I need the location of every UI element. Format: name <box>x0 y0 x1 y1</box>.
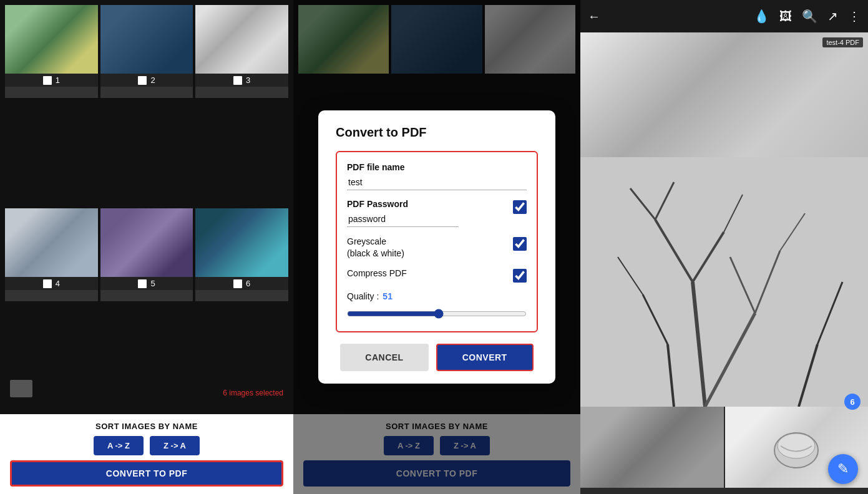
fab-edit-button[interactable]: ✎ <box>828 454 858 484</box>
pdf-filename-input[interactable] <box>347 175 527 190</box>
greyscale-checkbox[interactable] <box>513 237 527 251</box>
compress-checkbox[interactable] <box>513 269 527 283</box>
compress-label: Compress PDF <box>347 268 407 279</box>
image-grid-left: 1 2 3 4 <box>0 0 293 414</box>
pdf-filename-label: PDF file name <box>347 162 527 172</box>
cell-label-1: 1 <box>56 75 60 85</box>
left-bottom-bar: SORT IMAGES BY NAME A -> Z Z -> A CONVER… <box>0 414 293 494</box>
greyscale-label: Greyscale(black & white) <box>347 236 404 258</box>
modal-inner-box: PDF file name PDF Password Greyscale(bla… <box>336 151 538 332</box>
cell-label-5: 5 <box>150 279 155 288</box>
pdf-password-checkbox[interactable] <box>513 200 527 214</box>
right-content: test-4 PDF <box>580 32 868 494</box>
cancel-button[interactable]: CANCEL <box>340 344 428 371</box>
pdf-password-input[interactable] <box>347 211 459 227</box>
cell-icon-3 <box>233 76 242 85</box>
quality-value: 51 <box>383 291 393 301</box>
svg-point-17 <box>778 433 815 458</box>
image-cell-3[interactable]: 3 <box>195 5 288 98</box>
edit-icon: ✎ <box>837 461 849 477</box>
pdf-label: test-4 PDF <box>822 37 863 47</box>
preview-img-bottom-left <box>580 407 724 488</box>
image-cell-6[interactable]: 6 <box>195 208 288 301</box>
preview-top-row: test-4 PDF <box>580 32 868 157</box>
right-panel: ← 💧 🖼 🔍 ↗ ⋮ test-4 PDF <box>580 0 868 494</box>
image-cell-4[interactable]: 4 <box>5 208 98 301</box>
quality-slider[interactable] <box>347 309 527 319</box>
preview-bottom-row <box>580 407 868 488</box>
modal-actions: CANCEL CONVERT <box>336 344 538 371</box>
image-cell-2[interactable]: 2 <box>100 5 193 98</box>
back-icon[interactable]: ← <box>588 9 600 24</box>
right-topbar-icons: 💧 🖼 🔍 ↗ ⋮ <box>754 9 861 24</box>
share-icon[interactable]: ↗ <box>827 9 838 24</box>
cell-icon-4 <box>43 279 52 288</box>
quality-label: Quality : <box>347 291 379 301</box>
selected-label: 6 images selected <box>223 389 283 397</box>
image-cell-5[interactable]: 5 <box>100 208 193 301</box>
preview-main-img <box>580 157 868 407</box>
zoom-icon[interactable]: 🔍 <box>802 9 817 24</box>
cell-label-6: 6 <box>246 279 250 288</box>
modal-overlay: Convert to PDF PDF file name PDF Passwor… <box>293 0 580 494</box>
image-cell-1[interactable]: 1 <box>5 5 98 98</box>
cell-label-3: 3 <box>246 75 250 85</box>
cell-icon-6 <box>233 279 242 288</box>
right-topbar: ← 💧 🖼 🔍 ↗ ⋮ <box>580 0 868 32</box>
left-sort-btns: A -> Z Z -> A <box>94 436 200 455</box>
left-sort-za-button[interactable]: Z -> A <box>150 436 200 455</box>
cell-icon-2 <box>138 76 147 85</box>
cell-icon-5 <box>138 279 147 288</box>
left-sort-title: SORT IMAGES BY NAME <box>95 422 198 431</box>
greyscale-row: Greyscale(black & white) <box>347 236 527 258</box>
tree-preview <box>580 157 868 407</box>
cell-icon-1 <box>43 76 52 85</box>
quality-row: Quality : 51 <box>347 291 527 301</box>
image-convert-icon[interactable]: 🖼 <box>779 9 792 24</box>
stacked-images-icon <box>10 380 32 397</box>
convert-button[interactable]: CONVERT <box>436 344 534 371</box>
pdf-password-row: PDF Password <box>347 199 527 227</box>
left-panel: 1 2 3 4 <box>0 0 293 494</box>
image-count-badge: 6 <box>844 394 861 410</box>
convert-pdf-modal: Convert to PDF PDF file name PDF Passwor… <box>318 110 555 383</box>
preview-img-top-left: test-4 PDF <box>580 32 868 157</box>
left-convert-to-pdf-button[interactable]: CONVERT TO PDF <box>10 460 283 487</box>
left-sort-az-button[interactable]: A -> Z <box>94 436 144 455</box>
water-drop-icon[interactable]: 💧 <box>754 9 769 24</box>
cell-label-4: 4 <box>56 279 60 288</box>
center-panel: Convert to PDF PDF file name PDF Passwor… <box>293 0 580 494</box>
modal-title: Convert to PDF <box>336 125 538 140</box>
cell-label-2: 2 <box>150 75 155 85</box>
pdf-password-label: PDF Password <box>347 199 459 209</box>
compress-row: Compress PDF <box>347 268 527 283</box>
more-vert-icon[interactable]: ⋮ <box>848 9 861 24</box>
